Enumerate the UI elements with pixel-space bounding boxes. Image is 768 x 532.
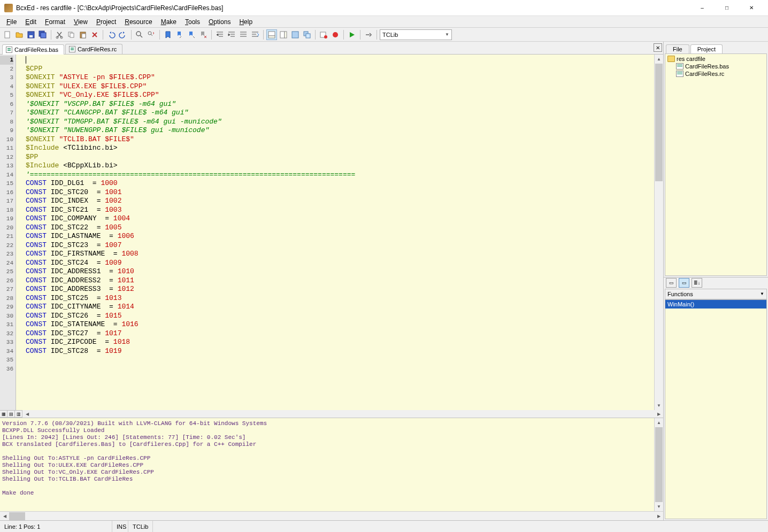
tree-file[interactable]: CardFileRes.bas: [666, 63, 765, 70]
svg-rect-0: [5, 32, 10, 38]
toolbar: TCLib ▼: [0, 28, 768, 42]
output-panel: Version 7.7.6 (08/30/2021) Built with LL…: [0, 418, 663, 511]
svg-rect-16: [285, 32, 287, 38]
outdent-button[interactable]: [214, 29, 225, 40]
split-view-3-button[interactable]: ▥: [15, 411, 22, 417]
menu-file[interactable]: File: [2, 17, 21, 27]
compiler-combo-value: TCLib: [382, 32, 398, 38]
function-item[interactable]: WinMain(): [665, 300, 766, 309]
file-icon: [69, 46, 75, 52]
svg-rect-13: [268, 32, 275, 36]
svg-rect-4: [41, 33, 46, 38]
menu-edit[interactable]: Edit: [21, 17, 41, 27]
tree-file[interactable]: CardFileRes.rc: [666, 70, 765, 78]
comment-button[interactable]: [238, 29, 249, 40]
cut-button[interactable]: [54, 29, 65, 40]
functions-list[interactable]: WinMain(): [665, 299, 767, 520]
close-button[interactable]: ✕: [739, 0, 764, 16]
editor-horizontal-scrollbar[interactable]: ◀▶: [22, 410, 663, 418]
file-icon: [676, 63, 683, 70]
bookmark-toggle-button[interactable]: [163, 29, 173, 40]
replace-button[interactable]: [146, 29, 157, 40]
svg-rect-14: [268, 36, 275, 38]
redo-button[interactable]: [118, 29, 128, 40]
view-mode-2-button[interactable]: ▭: [679, 278, 689, 288]
tree-root[interactable]: res cardfile: [666, 55, 765, 63]
code-content[interactable]: $CPP$ONEXIT "ASTYLE -pn $FILE$.CPP"$ONEX…: [16, 55, 654, 410]
editor-tab[interactable]: CardFileRes.rc: [65, 44, 122, 54]
output-text[interactable]: Version 7.7.6 (08/30/2021) Built with LL…: [0, 418, 654, 511]
right-panel-tabs: FileProject: [664, 42, 768, 53]
menu-options[interactable]: Options: [204, 17, 235, 27]
menu-make[interactable]: Make: [157, 17, 181, 27]
scroll-thumb[interactable]: [655, 64, 663, 181]
project-tree[interactable]: res cardfileCardFileRes.basCardFileRes.r…: [665, 53, 767, 276]
menu-format[interactable]: Format: [41, 17, 70, 27]
split-view-1-button[interactable]: ▦: [0, 411, 7, 417]
menu-resource[interactable]: Resource: [120, 17, 156, 27]
paste-button[interactable]: [78, 29, 88, 40]
save-all-button[interactable]: [37, 29, 48, 40]
open-file-button[interactable]: [14, 29, 25, 40]
functions-header[interactable]: Functions ▼: [665, 289, 767, 299]
toggle-project-button[interactable]: [278, 29, 289, 40]
chevron-down-icon: ▼: [445, 32, 449, 37]
breakpoint-button[interactable]: [318, 29, 329, 40]
save-button[interactable]: [26, 29, 36, 40]
uncomment-button[interactable]: [250, 29, 260, 40]
indent-button[interactable]: [226, 29, 237, 40]
file-icon: [6, 47, 12, 53]
menu-help[interactable]: Help: [235, 17, 257, 27]
view-mode-1-button[interactable]: ▭: [666, 278, 677, 288]
right-panel: FileProject res cardfileCardFileRes.basC…: [663, 42, 768, 520]
titlebar: BcxEd - res cardfile - [C:\BcxAdp\Projec…: [0, 0, 768, 16]
compiler-combo[interactable]: TCLib ▼: [380, 29, 452, 40]
editor-tab-strip: CardFileRes.basCardFileRes.rc✕: [0, 42, 663, 55]
stop-button[interactable]: [330, 29, 341, 40]
status-compiler: TCLib: [128, 521, 153, 532]
window-cascade-button[interactable]: [302, 29, 312, 40]
svg-rect-2: [29, 35, 33, 37]
file-icon: [676, 71, 683, 77]
maximize-button[interactable]: □: [715, 0, 739, 16]
line-gutter: 1234567891011121314151617181920212223242…: [0, 55, 16, 410]
right-tab-project[interactable]: Project: [690, 44, 723, 53]
menubar: FileEditFormatViewProjectResourceMakeToo…: [0, 16, 768, 28]
menu-view[interactable]: View: [70, 17, 92, 27]
output-horizontal-scrollbar[interactable]: ◀▶: [0, 511, 663, 520]
editor-footer-strip: ▦ ▤ ▥ ◀▶: [0, 410, 663, 418]
svg-point-22: [333, 32, 338, 37]
run-button[interactable]: [347, 29, 357, 40]
editor-vertical-scrollbar[interactable]: ▲ ▼: [654, 55, 663, 410]
minimize-button[interactable]: –: [690, 0, 715, 16]
svg-rect-19: [306, 34, 310, 38]
bookmark-prev-button[interactable]: [174, 29, 185, 40]
scroll-up-icon[interactable]: ▲: [655, 55, 663, 64]
step-button[interactable]: [363, 29, 374, 40]
code-editor[interactable]: 1234567891011121314151617181920212223242…: [0, 55, 663, 410]
scroll-down-icon[interactable]: ▼: [655, 401, 663, 410]
bookmark-clear-button[interactable]: [198, 29, 209, 40]
split-view-2-button[interactable]: ▤: [7, 411, 15, 417]
toggle-output-button[interactable]: [266, 29, 277, 40]
output-vertical-scrollbar[interactable]: ▲ ▼: [654, 418, 663, 511]
svg-point-21: [324, 35, 327, 38]
editor-tab[interactable]: CardFileRes.bas: [2, 44, 64, 55]
sort-button[interactable]: ≣↓: [692, 278, 702, 288]
svg-point-11: [136, 32, 141, 36]
status-position: Line: 1 Pos: 1: [0, 521, 112, 532]
window-arrange-button[interactable]: [290, 29, 301, 40]
undo-button[interactable]: [106, 29, 117, 40]
new-file-button[interactable]: [2, 29, 13, 40]
window-title: BcxEd - res cardfile - [C:\BcxAdp\Projec…: [16, 4, 690, 12]
svg-rect-17: [292, 32, 298, 38]
right-tab-file[interactable]: File: [666, 44, 689, 53]
menu-tools[interactable]: Tools: [181, 17, 204, 27]
close-tab-button[interactable]: ✕: [654, 43, 662, 52]
bookmark-next-button[interactable]: [186, 29, 197, 40]
menu-project[interactable]: Project: [92, 17, 120, 27]
find-button[interactable]: [134, 29, 145, 40]
folder-icon: [667, 56, 675, 62]
copy-button[interactable]: [66, 29, 76, 40]
delete-button[interactable]: [89, 29, 100, 40]
